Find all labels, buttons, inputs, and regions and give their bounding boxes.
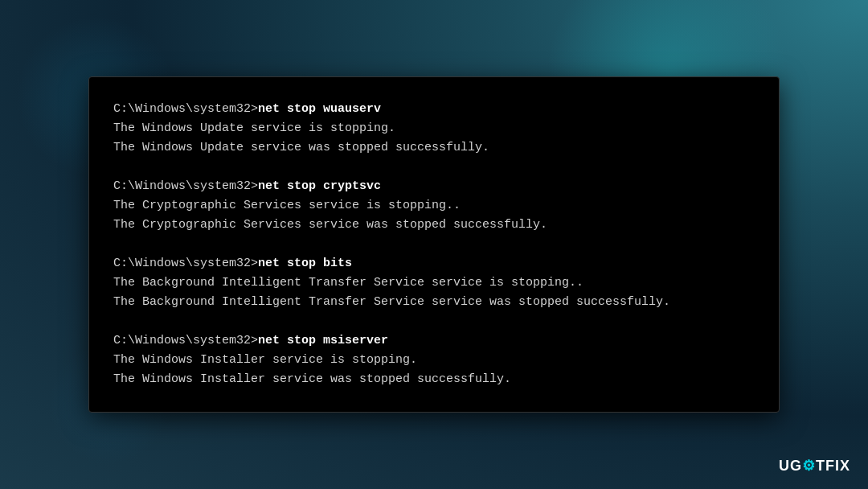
terminal-window: C:\Windows\system32>net stop wuauserv Th… [88,76,780,413]
prompt-3: C:\Windows\system32> [113,257,258,270]
cmd-cryptsvc: net stop cryptsvc [258,179,381,193]
cmd-wuauserv: net stop wuauserv [258,102,381,116]
output-bits-2: The Background Intelligent Transfer Serv… [113,293,755,312]
logo-text: UG⚙TFIX [779,457,850,475]
terminal-block-bits: C:\Windows\system32>net stop bits The Ba… [113,254,755,312]
cmd-msiserver: net stop msiserver [258,334,388,347]
output-wuauserv-2: The Windows Update service was stopped s… [113,138,755,158]
prompt-2: C:\Windows\system32> [113,179,258,193]
command-line-cryptsvc: C:\Windows\system32>net stop cryptsvc [113,177,755,196]
terminal-block-cryptsvc: C:\Windows\system32>net stop cryptsvc Th… [113,177,755,235]
output-bits-1: The Background Intelligent Transfer Serv… [113,273,755,293]
cmd-bits: net stop bits [258,257,352,270]
command-line-msiserver: C:\Windows\system32>net stop msiserver [113,331,755,351]
command-line-bits: C:\Windows\system32>net stop bits [113,254,755,273]
prompt-4: C:\Windows\system32> [113,334,258,347]
ugetfix-logo: UG⚙TFIX [779,457,850,475]
command-line-wuauserv: C:\Windows\system32>net stop wuauserv [113,100,755,119]
output-wuauserv-1: The Windows Update service is stopping. [113,119,755,138]
logo-ug: UG [779,458,802,474]
logo-gear-icon: ⚙ [802,458,816,474]
output-msiserver-2: The Windows Installer service was stoppe… [113,370,755,389]
logo-fix: TFIX [816,458,850,474]
output-cryptsvc-2: The Cryptographic Services service was s… [113,216,755,235]
terminal-block-wuauserv: C:\Windows\system32>net stop wuauserv Th… [113,100,755,158]
output-msiserver-1: The Windows Installer service is stoppin… [113,351,755,370]
prompt-1: C:\Windows\system32> [113,102,258,116]
terminal-wrapper: C:\Windows\system32>net stop wuauserv Th… [88,76,780,413]
output-cryptsvc-1: The Cryptographic Services service is st… [113,196,755,216]
terminal-block-msiserver: C:\Windows\system32>net stop msiserver T… [113,331,755,389]
